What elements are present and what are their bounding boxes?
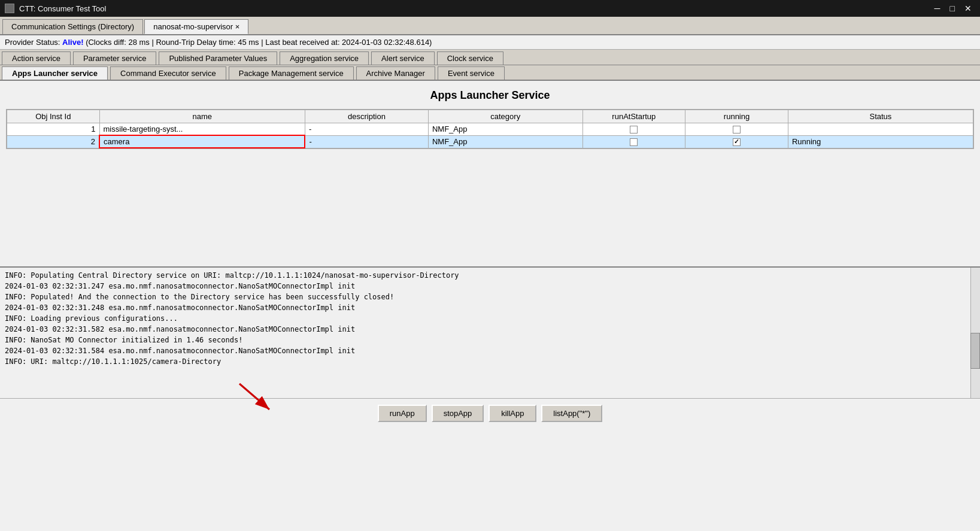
- svg-line-1: [239, 384, 269, 409]
- status-alive: Alive!: [62, 38, 83, 47]
- maximize-button[interactable]: □: [946, 2, 958, 14]
- close-button[interactable]: ✕: [961, 2, 975, 14]
- tab-apps-launcher-service[interactable]: Apps Launcher service: [2, 66, 108, 80]
- title-bar-left: CTT: Consumer Test Tool: [5, 4, 106, 13]
- log-line: 2024-01-03 02:32:31.247 esa.mo.nmf.nanos…: [5, 281, 975, 292]
- window-title: CTT: Consumer Test Tool: [19, 4, 106, 13]
- service-tabs-row1: Action service Parameter service Publish…: [0, 50, 980, 65]
- cell-name-1[interactable]: camera: [99, 135, 305, 148]
- cell-run-at-startup-0[interactable]: [582, 123, 685, 136]
- col-running: running: [685, 110, 788, 123]
- top-tab-bar: Communication Settings (Directory) nanos…: [0, 17, 980, 35]
- tab-communication-settings[interactable]: Communication Settings (Directory): [2, 19, 143, 34]
- run-app-button[interactable]: runApp: [378, 405, 427, 422]
- log-line: 2024-01-03 02:32:31.248 esa.mo.nmf.nanos…: [5, 302, 975, 313]
- col-run-at-startup: runAtStartup: [582, 110, 685, 123]
- section-title: Apps Launcher Service: [6, 89, 974, 102]
- minimize-button[interactable]: ─: [931, 2, 944, 14]
- log-lines: INFO: Populating Central Directory servi…: [5, 270, 975, 367]
- table-container: Obj Inst Id name description category ru…: [6, 109, 974, 149]
- cell-description-0: -: [305, 123, 428, 136]
- tab-nanosat-supervisor[interactable]: nanosat-mo-supervisor ×: [144, 19, 248, 34]
- log-line: INFO: Loading previous configurations...: [5, 313, 975, 324]
- apps-launcher-area: Apps Launcher Service Obj Inst Id name d…: [0, 81, 980, 266]
- tab-clock-service[interactable]: Clock service: [437, 51, 503, 65]
- cell-category-1: NMF_App: [428, 135, 582, 148]
- tab-command-executor-service[interactable]: Command Executor service: [110, 66, 226, 80]
- cell-status-0: [788, 123, 973, 136]
- tab-parameter-service[interactable]: Parameter service: [73, 51, 156, 65]
- tab-action-service[interactable]: Action service: [2, 51, 71, 65]
- log-line: 2024-01-03 02:32:31.584 esa.mo.nmf.nanos…: [5, 345, 975, 356]
- log-area[interactable]: INFO: Populating Central Directory servi…: [0, 266, 980, 398]
- log-line: 2024-01-03 02:32:31.582 esa.mo.nmf.nanos…: [5, 324, 975, 335]
- title-bar-controls: ─ □ ✕: [931, 2, 975, 14]
- title-bar: CTT: Consumer Test Tool ─ □ ✕: [0, 0, 980, 17]
- button-bar: runApp stopApp killApp listApp("*"): [0, 398, 980, 428]
- service-tabs-row2: Apps Launcher service Command Executor s…: [0, 65, 980, 81]
- cell-name-0[interactable]: missile-targeting-syst...: [99, 123, 305, 136]
- log-line: INFO: URI: maltcp://10.1.1.1:1025/camera…: [5, 356, 975, 367]
- log-scrollbar-thumb[interactable]: [970, 333, 980, 369]
- app-icon: [5, 4, 14, 13]
- cell-obj-inst-id-0: 1: [7, 123, 100, 136]
- col-status: Status: [788, 110, 973, 123]
- cell-obj-inst-id-1: 2: [7, 135, 100, 148]
- cell-running-1[interactable]: ✓: [685, 135, 788, 148]
- cell-running-0[interactable]: [685, 123, 788, 136]
- tab-archive-manager[interactable]: Archive Manager: [356, 66, 435, 80]
- arrow-svg: [233, 381, 281, 417]
- cell-category-0: NMF_App: [428, 123, 582, 136]
- cell-status-1: Running: [788, 135, 973, 148]
- kill-app-button[interactable]: killApp: [489, 405, 536, 422]
- status-suffix: (Clocks diff: 28 ms | Round-Trip Delay t…: [84, 38, 432, 47]
- col-name: name: [99, 110, 305, 123]
- tab-event-service[interactable]: Event service: [438, 66, 505, 80]
- log-line: INFO: Populating Central Directory servi…: [5, 270, 975, 281]
- log-line: INFO: Populated! And the connection to t…: [5, 292, 975, 302]
- status-prefix: Provider Status:: [5, 38, 62, 47]
- provider-status-bar: Provider Status: Alive! (Clocks diff: 28…: [0, 35, 980, 50]
- cell-description-1: -: [305, 135, 428, 148]
- cell-run-at-startup-1[interactable]: [582, 135, 685, 148]
- col-obj-inst-id: Obj Inst Id: [7, 110, 100, 123]
- log-scrollbar[interactable]: [970, 268, 980, 398]
- tab-package-management-service[interactable]: Package Management service: [229, 66, 354, 80]
- tab-aggregation-service[interactable]: Aggregation service: [280, 51, 369, 65]
- apps-table: Obj Inst Id name description category ru…: [7, 110, 973, 148]
- log-line: INFO: NanoSat MO Connector initialized i…: [5, 335, 975, 345]
- stop-app-button[interactable]: stopApp: [432, 405, 484, 422]
- tab-published-parameter-values[interactable]: Published Parameter Values: [159, 51, 277, 65]
- list-app-button[interactable]: listApp("*"): [541, 405, 602, 422]
- arrow-annotation: [233, 381, 281, 418]
- col-description: description: [305, 110, 428, 123]
- col-category: category: [428, 110, 582, 123]
- content-area: Apps Launcher Service Obj Inst Id name d…: [0, 81, 980, 155]
- tab-alert-service[interactable]: Alert service: [371, 51, 435, 65]
